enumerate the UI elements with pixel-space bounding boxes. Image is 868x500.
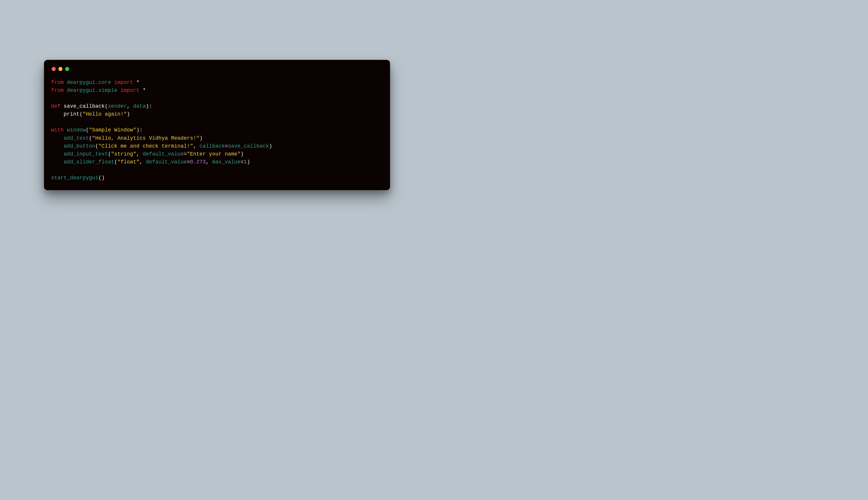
paren-close: ) (199, 135, 203, 141)
module-name: dearpygui.simple (67, 88, 117, 93)
wildcard: * (136, 80, 140, 86)
identifier: save_callback (228, 143, 269, 149)
wildcard: * (142, 88, 146, 93)
string-literal: "Click me and check terminal!" (98, 143, 193, 149)
function-name: save_callback (63, 103, 105, 109)
comma: , (193, 143, 200, 149)
keyword-argument: default_value (146, 159, 187, 165)
parameter: sender (108, 103, 127, 109)
keyword-argument: max_value (212, 159, 241, 165)
string-literal: "float" (117, 159, 139, 165)
comma: , (127, 103, 133, 109)
indent (51, 151, 63, 157)
paren-open: ( (86, 127, 89, 133)
function-call: add_button (63, 143, 95, 149)
paren-open: ( (98, 175, 102, 181)
paren-close: ) (146, 103, 149, 109)
parameter: data (133, 103, 146, 109)
keyword-from: from (51, 88, 63, 93)
paren-open: ( (105, 103, 108, 109)
code-line: start_dearpygui() (51, 175, 105, 181)
minimize-icon[interactable] (58, 67, 62, 71)
paren-close: ) (269, 143, 272, 149)
string-literal: "Enter your name" (187, 151, 241, 157)
terminal-window: from dearpygui.core import * from dearpy… (44, 60, 390, 190)
function-call: print (63, 111, 80, 117)
keyword-def: def (51, 103, 60, 109)
string-literal: "Hello, Analytics Vidhya Readers!" (92, 135, 199, 141)
paren-open: ( (89, 135, 92, 141)
paren-open: ( (95, 143, 98, 149)
maximize-icon[interactable] (65, 67, 69, 71)
paren-close: ) (102, 175, 105, 181)
equals: = (184, 151, 187, 157)
function-call: start_dearpygui (51, 175, 98, 181)
string-literal: "string" (111, 151, 136, 157)
code-line: add_button("Click me and check terminal!… (51, 143, 272, 149)
code-block: from dearpygui.core import * from dearpy… (51, 79, 383, 182)
keyword-from: from (51, 80, 63, 86)
equals: = (225, 143, 228, 149)
indent (51, 111, 63, 117)
indent (51, 159, 63, 165)
equals: = (187, 159, 190, 165)
paren-close: ) (136, 127, 140, 133)
indent (51, 143, 63, 149)
keyword-argument: default_value (142, 151, 184, 157)
colon: : (140, 127, 143, 133)
string-literal: "Sample Window" (89, 127, 136, 133)
paren-open: ( (80, 111, 83, 117)
string-literal: "Hello again!" (83, 111, 127, 117)
keyword-import: import (114, 80, 133, 86)
close-icon[interactable] (51, 67, 56, 71)
code-line: add_text("Hello, Analytics Vidhya Reader… (51, 135, 203, 141)
function-call: add_slider_float (63, 159, 114, 165)
window-titlebar (51, 66, 383, 71)
comma: , (136, 151, 143, 157)
comma: , (206, 159, 212, 165)
keyword-import: import (120, 88, 140, 93)
code-line: add_input_text("string", default_value="… (51, 151, 244, 157)
module-name: dearpygui.core (67, 80, 111, 86)
comma: , (140, 159, 146, 165)
function-call: add_input_text (63, 151, 108, 157)
code-line: print("Hello again!") (51, 111, 130, 117)
function-call: window (67, 127, 86, 133)
number-literal: 1 (244, 159, 247, 165)
paren-close: ) (127, 111, 130, 117)
number-literal: 0.273 (190, 159, 206, 165)
function-call: add_text (63, 135, 89, 141)
paren-open: ( (114, 159, 117, 165)
paren-close: ) (247, 159, 250, 165)
equals: = (241, 159, 244, 165)
code-line: def save_callback(sender, data): (51, 103, 152, 109)
code-line: with window("Sample Window"): (51, 127, 142, 133)
code-line: from dearpygui.core import * (51, 80, 140, 86)
code-line: add_slider_float("float", default_value=… (51, 159, 250, 165)
colon: : (149, 103, 152, 109)
code-line: from dearpygui.simple import * (51, 88, 146, 93)
indent (51, 135, 63, 141)
paren-close: ) (241, 151, 244, 157)
keyword-argument: callback (199, 143, 225, 149)
keyword-with: with (51, 127, 63, 133)
paren-open: ( (108, 151, 111, 157)
